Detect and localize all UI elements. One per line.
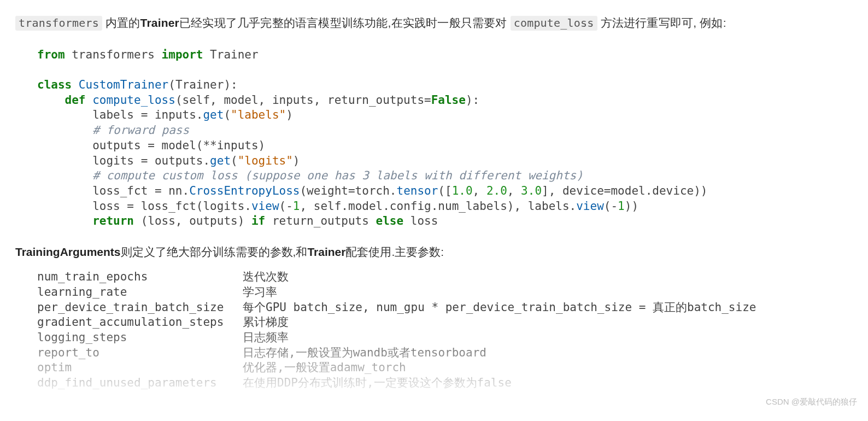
article-page: transformers 内置的Trainer已经实现了几乎完整的语言模型训练功… [0,0,868,413]
method: get [210,154,231,167]
number: 1 [618,200,625,213]
code-text: ( [231,154,238,167]
kw-import: import [162,48,203,61]
arg-name: logging_steps [37,330,243,346]
fn-name: compute_loss [86,93,175,107]
arg-name: optim [37,360,243,376]
code-text: , [507,184,521,197]
code-text: ) [286,108,293,121]
table-row: ddp_find_unused_parameters在使用DDP分布式训练时,一… [37,376,770,391]
arg-desc: 日志频率 [243,330,770,346]
string: "logits" [238,154,293,167]
kw-if: if [251,214,265,227]
table-row: learning_rate学习率 [37,285,770,300]
arg-desc: 学习率 [243,285,770,300]
kw-class: class [37,78,72,91]
kw-return: return [92,214,134,227]
training-arguments-paragraph: TrainingArguments则定义了绝大部分训练需要的参数,和Traine… [15,244,853,260]
comment: # compute custom loss (suppose one has 3… [92,169,583,182]
arg-name: ddp_find_unused_parameters [37,376,243,391]
number: 3.0 [521,184,542,197]
kw-def: def [65,93,86,107]
code-text: (Trainer): [168,78,237,91]
method: view [576,200,604,213]
code-text: loss = loss_fct(logits. [92,200,251,213]
method: get [203,108,224,121]
code-text: Trainer [203,48,258,61]
arg-name: num_train_epochs [37,270,243,285]
code-text: ) [293,154,300,167]
table-row: num_train_epochs迭代次数 [37,270,770,285]
code-text: , self.model.config.num_labels), labels. [300,200,576,213]
code-text: ], device=model.device)) [542,184,707,197]
number: 1.0 [452,184,473,197]
code-text: (- [604,200,618,213]
code-text: (loss, outputs) [134,214,251,227]
code-text: loss_fct = nn. [92,184,189,197]
code-text: logits = outputs. [92,154,210,167]
string: "labels" [231,108,286,121]
arg-desc: 累计梯度 [243,315,770,330]
table-row: optim优化器,一般设置adamw_torch [37,360,770,376]
table-row: report_to日志存储,一般设置为wandb或者tensorboard [37,346,770,361]
code-text: (- [279,200,293,213]
inline-code-compute-loss: compute_loss [511,16,597,31]
arguments-table: num_train_epochs迭代次数learning_rate学习率per_… [37,270,770,391]
code-text: transformers [65,48,162,61]
bool-false: False [431,93,466,107]
arg-desc: 每个GPU batch_size, num_gpu * per_device_t… [243,300,770,315]
arg-desc: 在使用DDP分布式训练时,一定要设这个参数为false [243,376,770,391]
para2-text-2: 配套使用.主要参数: [345,245,444,258]
code-block: from transformers import Trainer class C… [37,48,853,230]
intro-paragraph: transformers 内置的Trainer已经实现了几乎完整的语言模型训练功… [15,14,853,32]
arg-desc: 日志存储,一般设置为wandb或者tensorboard [243,346,770,361]
class-name: CustomTrainer [72,78,168,91]
code-text: ( [224,108,231,121]
arg-name: report_to [37,346,243,361]
intro-text-2: 已经实现了几乎完整的语言模型训练功能,在实践时一般只需要对 [179,16,511,29]
number: 2.0 [486,184,507,197]
table-row: gradient_accumulation_steps累计梯度 [37,315,770,330]
bold-training-arguments: TrainingArguments [15,245,121,258]
number: 1 [293,200,300,213]
para2-text-1: 则定义了绝大部分训练需要的参数,和 [121,245,308,258]
arg-desc: 优化器,一般设置adamw_torch [243,360,770,376]
code-text: (self, model, inputs, return_outputs= [175,93,431,107]
code-text: labels = inputs. [92,108,203,121]
code-text: ([ [438,184,451,197]
method: view [251,200,279,213]
method: CrossEntropyLoss [189,184,300,197]
arg-name: gradient_accumulation_steps [37,315,243,330]
code-text: , [473,184,486,197]
code-text: ): [466,93,479,107]
table-row: logging_steps日志频率 [37,330,770,346]
code-text: outputs = model(**inputs) [92,139,265,152]
credit-watermark: CSDN @爱敲代码的狼仔 [766,397,857,407]
method: tensor [396,184,438,197]
code-text: )) [625,200,638,213]
code-text: return_outputs [265,214,376,227]
arg-name: per_device_train_batch_size [37,300,243,315]
inline-code-transformers: transformers [15,16,102,31]
code-text: loss [403,214,438,227]
bold-trainer: Trainer [307,245,345,258]
comment: # forward pass [92,124,189,137]
code-text: (weight=torch. [300,184,396,197]
arg-desc: 迭代次数 [243,270,770,285]
table-row: per_device_train_batch_size每个GPU batch_s… [37,300,770,315]
intro-text-1: 内置的 [102,16,140,29]
intro-bold-trainer: Trainer [140,16,179,29]
kw-from: from [37,48,65,61]
kw-else: else [376,214,404,227]
intro-text-3: 方法进行重写即可, 例如: [597,16,726,29]
arg-name: learning_rate [37,285,243,300]
